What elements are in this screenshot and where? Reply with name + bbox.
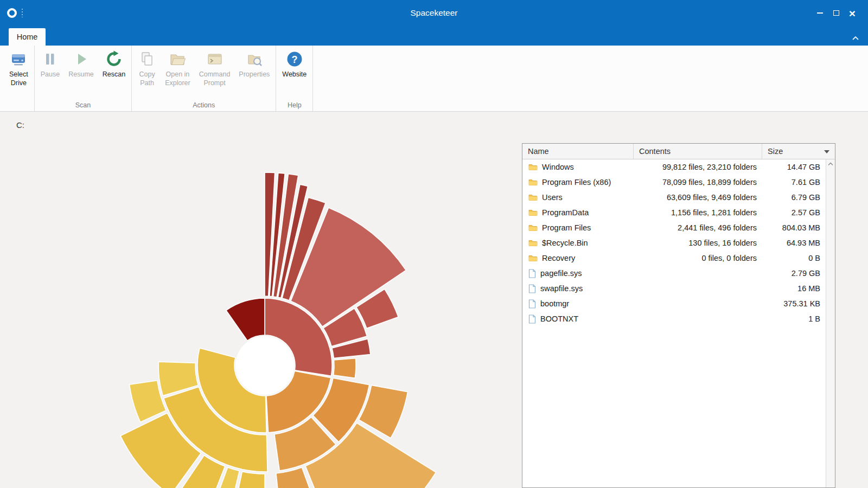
drive-icon (9, 50, 28, 68)
cell-contents: 0 files, 0 folders (634, 254, 762, 262)
group-label: Help (278, 100, 311, 111)
table-row[interactable]: Program Files (x86)78,099 files, 18,899 … (522, 175, 826, 190)
website-button[interactable]: ? Website (278, 47, 311, 79)
group-label: Actions (133, 100, 274, 111)
cell-size: 6.79 GB (762, 193, 826, 202)
rescan-button[interactable]: Rescan (98, 47, 130, 79)
folder-icon (528, 194, 538, 201)
cell-contents: 63,609 files, 9,469 folders (634, 193, 762, 202)
item-name: Program Files (542, 223, 591, 232)
group-label (5, 100, 33, 111)
pause-button[interactable]: Pause (36, 47, 64, 79)
cell-size: 64.93 MB (762, 239, 826, 247)
cell-size: 0 B (762, 254, 826, 262)
copy-path-icon (138, 50, 156, 68)
item-name: Recovery (542, 254, 575, 262)
folder-search-icon (245, 50, 264, 68)
column-label: Contents (639, 147, 671, 156)
close-button[interactable]: × (844, 0, 860, 26)
window-title: Spaceketeer (0, 0, 868, 26)
folder-icon (528, 178, 538, 186)
column-label: Size (768, 147, 783, 156)
file-icon (528, 299, 536, 309)
cell-size: 16 MB (762, 284, 826, 293)
sunburst-segment[interactable] (334, 358, 356, 378)
minimize-icon (817, 12, 823, 14)
button-label: Drive (9, 79, 28, 88)
cell-name: ProgramData (522, 208, 634, 217)
title-bar: Spaceketeer × (0, 0, 868, 26)
cell-name: Users (522, 193, 634, 202)
cell-name: BOOTNXT (522, 314, 634, 324)
cell-contents: 2,441 files, 496 folders (634, 223, 762, 232)
cell-name: $Recycle.Bin (522, 239, 634, 247)
resume-icon (72, 50, 90, 68)
properties-button[interactable]: Properties (234, 47, 274, 79)
table-row[interactable]: Windows99,812 files, 23,210 folders14.47… (522, 159, 826, 175)
cell-name: swapfile.sys (522, 284, 634, 293)
minimize-button[interactable] (812, 0, 828, 26)
vertical-scrollbar[interactable] (826, 159, 835, 487)
main-content: C: Name Contents Size Windows99,812 file… (0, 112, 868, 488)
sunburst-segment[interactable] (226, 298, 265, 341)
tab-home[interactable]: Home (9, 28, 46, 46)
sort-descending-icon (824, 150, 829, 153)
item-name: Program Files (x86) (542, 178, 611, 187)
folder-icon (528, 254, 538, 262)
rescan-icon (105, 50, 123, 68)
table-row[interactable]: pagefile.sys2.79 GB (522, 266, 826, 281)
cell-size: 14.47 GB (762, 163, 826, 171)
table-row[interactable]: swapfile.sys16 MB (522, 281, 826, 296)
file-icon (528, 269, 536, 278)
button-label: Open in (165, 70, 190, 79)
maximize-button[interactable] (828, 0, 844, 26)
select-drive-button[interactable]: SelectDrive (5, 47, 33, 87)
close-icon: × (849, 8, 856, 19)
table-header: Name Contents Size (522, 144, 835, 159)
ribbon-tab-row: Home (0, 26, 868, 46)
copy-path-button[interactable]: CopyPath (133, 47, 161, 87)
ribbon-group-actions: CopyPath Open inExplorer (132, 46, 276, 111)
item-name: Users (542, 193, 563, 202)
table-body: Windows99,812 files, 23,210 folders14.47… (522, 159, 826, 487)
table-row[interactable]: Recovery0 files, 0 folders0 B (522, 251, 826, 266)
pause-icon (41, 50, 59, 68)
console-window-icon (206, 50, 224, 68)
button-label: Properties (239, 70, 270, 79)
collapse-ribbon-button[interactable] (852, 33, 859, 38)
column-header-contents[interactable]: Contents (634, 144, 762, 159)
open-in-explorer-button[interactable]: Open inExplorer (161, 47, 195, 87)
ribbon-group-drive: SelectDrive (3, 46, 35, 111)
cell-size: 7.61 GB (762, 178, 826, 187)
folder-icon (528, 239, 538, 247)
button-label: Rescan (103, 70, 125, 79)
item-name: swapfile.sys (540, 284, 583, 293)
table-row[interactable]: Users63,609 files, 9,469 folders6.79 GB (522, 190, 826, 205)
cell-size: 1 B (762, 314, 826, 323)
column-label: Name (528, 147, 549, 156)
button-label: Prompt (199, 79, 231, 88)
folder-icon (528, 224, 538, 232)
table-row[interactable]: BOOTNXT1 B (522, 311, 826, 326)
item-name: Windows (542, 163, 574, 171)
column-header-name[interactable]: Name (522, 144, 634, 159)
item-name: BOOTNXT (540, 314, 578, 323)
resume-button[interactable]: Resume (64, 47, 98, 79)
command-prompt-button[interactable]: CommandPrompt (195, 47, 235, 87)
cell-contents: 99,812 files, 23,210 folders (634, 163, 762, 171)
table-row[interactable]: bootmgr375.31 KB (522, 296, 826, 311)
help-question-icon: ? (285, 50, 304, 68)
button-label: Copy (139, 70, 155, 79)
button-label: Resume (68, 70, 94, 79)
table-row[interactable]: Program Files2,441 files, 496 folders804… (522, 220, 826, 235)
svg-text:?: ? (291, 54, 297, 65)
group-label: Scan (36, 100, 130, 111)
scroll-up-button[interactable] (826, 159, 835, 169)
button-label: Command (199, 70, 231, 79)
chevron-up-icon (852, 35, 859, 41)
file-icon (528, 284, 536, 293)
column-header-size[interactable]: Size (762, 144, 835, 159)
table-row[interactable]: ProgramData1,156 files, 1,281 folders2.5… (522, 205, 826, 220)
table-row[interactable]: $Recycle.Bin130 files, 16 folders64.93 M… (522, 235, 826, 251)
cell-size: 2.79 GB (762, 269, 826, 278)
